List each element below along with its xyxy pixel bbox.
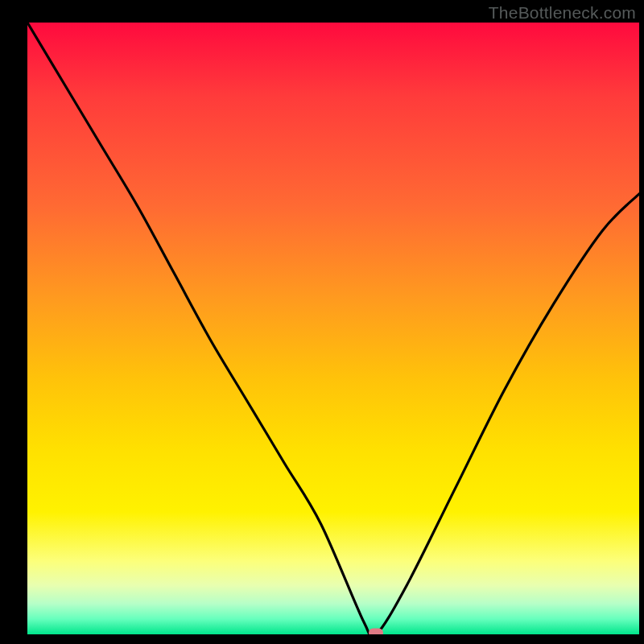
- minimum-marker: [369, 629, 383, 635]
- chart-stage: TheBottleneck.com: [0, 0, 644, 644]
- watermark-text: TheBottleneck.com: [489, 3, 636, 23]
- plot-area: [27, 23, 639, 634]
- bottleneck-curve: [27, 23, 639, 634]
- curve-path: [27, 23, 639, 634]
